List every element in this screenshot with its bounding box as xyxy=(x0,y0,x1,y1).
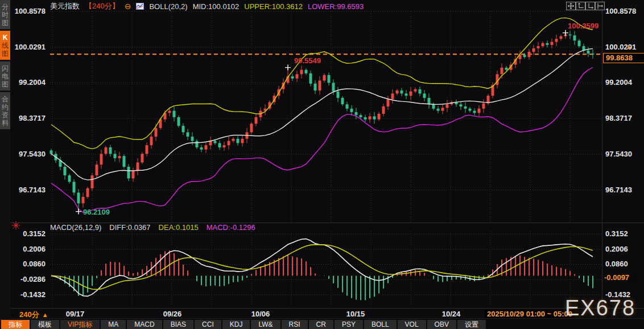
macd-axis-label-right: 0.3152 xyxy=(605,229,628,238)
macd-current-box: -0.0097 xyxy=(603,273,638,282)
boll-upper-value: UPPER:100.3612 xyxy=(244,2,303,11)
macd-header: MACD(26,12,9) DIFF:0.0367 DEA:0.1015 MAC… xyxy=(50,223,255,232)
toolbar-item-VOL[interactable]: VOL xyxy=(398,320,426,329)
chart-canvas xyxy=(0,0,644,329)
watermark: EX678 xyxy=(565,296,635,320)
toolbar-item-BIAS[interactable]: BIAS xyxy=(163,320,193,329)
mini-chart-icon[interactable] xyxy=(136,3,144,10)
macd-diff-value: DIFF:0.0367 xyxy=(109,223,150,232)
toolbar-item-RSI[interactable]: RSI xyxy=(282,320,308,329)
collapse-icon[interactable]: ⊖ xyxy=(125,3,131,10)
date-label: 10/06 xyxy=(238,310,283,318)
toolbar-item-BOLL[interactable]: BOLL xyxy=(364,320,397,329)
macd-axis-label-right: 0.0860 xyxy=(605,260,628,268)
symbol-name: 美元指数 xyxy=(50,1,80,11)
date-label: 09/17 xyxy=(52,310,98,318)
bar-time-range: 2025/10/29 01:00 ~ 05:00 xyxy=(485,310,575,318)
price-up-arrow-icon: ▲ xyxy=(626,44,631,50)
macd-hist-value: MACD:-0.1296 xyxy=(207,223,255,232)
indicator-name: BOLL(20,2) xyxy=(149,2,187,11)
shift-right-icon[interactable] xyxy=(595,2,605,10)
up-triangle-icon: ▲ xyxy=(42,311,48,318)
price-axis-label-left: 100.0291 xyxy=(10,43,46,51)
macd-axis-label-left: -0.0286 xyxy=(10,275,46,283)
toolbar-item-模板[interactable]: 模板 xyxy=(31,320,59,329)
sidebar-item-1[interactable]: 分时图 xyxy=(0,0,10,29)
toolbar-item-CR[interactable]: CR xyxy=(309,320,333,329)
price-axis-label-left: 97.5430 xyxy=(10,150,46,158)
price-axis-label-right: 96.7143 xyxy=(605,186,632,194)
macd-title: MACD(26,12,9) xyxy=(50,223,101,232)
price-axis-label-left: 98.3717 xyxy=(10,114,46,122)
date-label: 10/15 xyxy=(333,310,378,318)
y-axis-zoom-icon[interactable] xyxy=(576,2,585,10)
price-axis-label-right: 99.2004 xyxy=(605,78,632,87)
price-axis-label-right: 100.8578 xyxy=(605,7,636,15)
toolbar-item-MA[interactable]: MA xyxy=(101,320,126,329)
price-axis-label-left: 100.8578 xyxy=(10,7,46,15)
boll-mid-value: MID:100.0102 xyxy=(193,2,240,11)
pan-icon[interactable] xyxy=(566,2,576,10)
price-axis-label-left: 96.7143 xyxy=(10,186,46,194)
macd-axis-label-left: 0.0860 xyxy=(10,260,46,268)
chart-type-sidebar: 分时图K线图闪电图合约资料 xyxy=(0,0,10,329)
toolbar-item-LW&[interactable]: LW& xyxy=(251,320,280,329)
macd-axis-label-left: 0.3152 xyxy=(10,229,46,238)
macd-dea-value: DEA:0.1015 xyxy=(159,223,199,232)
macd-axis-label-left: -0.1432 xyxy=(10,290,46,299)
toolbar-item-KDJ[interactable]: KDJ xyxy=(222,320,250,329)
toolbar-item-设置[interactable]: 设置 xyxy=(457,320,486,329)
mid-high-annotation: 99.5549 xyxy=(294,56,321,65)
right-axis-divider xyxy=(602,0,602,308)
toolbar-item-PSY[interactable]: PSY xyxy=(335,320,363,329)
price-axis-label-left: 99.2004 xyxy=(10,78,46,87)
low-annotation: 96.2109 xyxy=(83,208,110,216)
toolbar-item-指标[interactable]: 指标 xyxy=(1,320,30,329)
x-axis-zoom-icon[interactable] xyxy=(585,2,595,10)
sidebar-item-4[interactable]: 合约资料 xyxy=(0,92,10,129)
macd-axis-label-right: 0.2006 xyxy=(605,245,628,253)
date-label: 09/26 xyxy=(150,310,195,318)
period-text: 240分 xyxy=(19,310,39,319)
sidebar-item-3[interactable]: 闪电图 xyxy=(0,61,10,91)
period-label: 【240分】 xyxy=(85,1,119,11)
high-annotation: 100.3599 xyxy=(568,22,598,30)
chart-header: 美元指数 【240分】 ⊖ BOLL(20,2) MID:100.0102 UP… xyxy=(50,1,364,11)
toolbar-item-VIP指标[interactable]: VIP指标 xyxy=(60,320,100,329)
boll-lower-value: LOWER:99.6593 xyxy=(308,2,364,11)
macd-axis-label-left: 0.2006 xyxy=(10,245,46,253)
trading-terminal: 分时图K线图闪电图合约资料 美元指数 【240分】 ⊖ BOLL(20,2) M… xyxy=(0,0,644,329)
toolbar-item-CCI[interactable]: CCI xyxy=(195,320,221,329)
axis-divider xyxy=(10,308,644,309)
price-axis-label-right: 97.5430 xyxy=(605,150,632,158)
sidebar-item-2[interactable]: K线图 xyxy=(0,31,10,60)
price-axis-label-right: 98.3717 xyxy=(605,114,632,122)
indicator-toolbar: 指标模板VIP指标MAMACDBIASCCIKDJLW&RSICRPSYBOLL… xyxy=(1,319,487,329)
last-price-box: 99.8638 xyxy=(603,53,644,63)
toolbar-item-MACD[interactable]: MACD xyxy=(127,320,162,329)
candles-layer xyxy=(50,31,595,212)
date-label: 10/24 xyxy=(428,310,474,318)
price-axis-label-right: 100.0291 xyxy=(605,43,636,51)
toolbar-item-OBV[interactable]: OBV xyxy=(427,320,456,329)
live-indicator-icon[interactable] xyxy=(11,221,20,230)
